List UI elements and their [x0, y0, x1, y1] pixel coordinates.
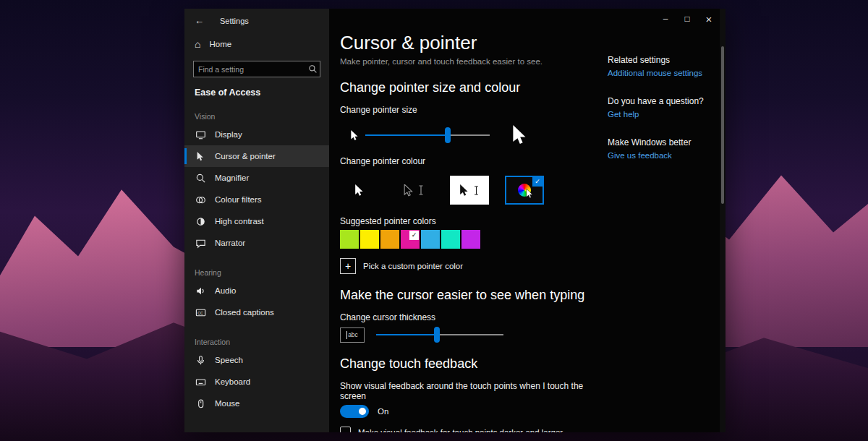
audio-icon [195, 286, 206, 296]
sidebar-item-label: Magnifier [215, 174, 249, 182]
window-caption-buttons: – □ × [655, 9, 720, 29]
cursor-thickness-slider[interactable] [376, 334, 503, 335]
sidebar: ← Settings ⌂ Home Ease of Access Vision … [184, 9, 329, 432]
sidebar-item-home[interactable]: ⌂ Home [184, 33, 329, 55]
pointer-style-white[interactable] [340, 176, 379, 205]
sidebar-item-mouse[interactable]: Mouse [184, 393, 329, 414]
question-heading: Do you have a question? [608, 96, 716, 106]
settings-window: ← Settings ⌂ Home Ease of Access Vision … [184, 9, 726, 432]
main-content: – □ × Cursor & pointer Make pointer, cur… [329, 9, 726, 432]
get-help-link[interactable]: Get help [608, 110, 716, 119]
section-heading-cursor: Make the cursor easier to see when typin… [340, 288, 609, 303]
scrollbar[interactable] [720, 9, 726, 432]
custom-color-button-label: Pick a custom pointer color [363, 262, 463, 270]
group-label-vision: Vision [184, 98, 329, 124]
selected-indicator [184, 148, 187, 164]
sidebar-item-label: Closed captions [215, 308, 274, 317]
wheel-cursor-icon [526, 189, 534, 199]
sidebar-item-narrator[interactable]: Narrator [184, 232, 329, 254]
colour-filters-icon [195, 194, 206, 205]
sidebar-item-cursor-pointer[interactable]: Cursor & pointer [184, 145, 329, 167]
high-contrast-icon [195, 216, 206, 227]
sidebar-item-label: Home [209, 40, 231, 48]
pointer-style-black[interactable] [395, 176, 434, 205]
sidebar-item-high-contrast[interactable]: High contrast [184, 210, 329, 232]
color-swatch[interactable] [421, 230, 440, 249]
search-input[interactable] [194, 65, 305, 74]
sidebar-item-magnifier[interactable]: Magnifier [184, 167, 329, 189]
color-swatch[interactable] [380, 230, 399, 249]
sidebar-item-colour-filters[interactable]: Colour filters [184, 189, 329, 210]
custom-color-button[interactable]: + Pick a custom pointer color [340, 254, 609, 278]
pointer-size-row [340, 124, 609, 146]
sidebar-item-label: Audio [215, 286, 236, 295]
touch-checkbox-label: Make visual feedback for touch points da… [358, 428, 563, 433]
page-subtitle: Make pointer, cursor and touch feedback … [340, 57, 609, 66]
display-icon [195, 129, 206, 140]
large-cursor-icon [511, 125, 529, 145]
pointer-style-inverted[interactable] [450, 176, 489, 205]
sidebar-item-audio[interactable]: Audio [184, 280, 329, 301]
section-heading-touch: Change touch feedback [340, 356, 609, 372]
color-swatch[interactable] [340, 230, 359, 249]
back-icon[interactable]: ← [195, 15, 204, 26]
pointer-size-slider-fill [365, 134, 448, 136]
feedback-heading: Make Windows better [608, 137, 716, 147]
maximize-button[interactable]: □ [676, 9, 698, 29]
cursor-thickness-row: abc [340, 326, 609, 343]
sidebar-item-speech[interactable]: Speech [184, 349, 329, 371]
home-icon: ⌂ [195, 39, 200, 49]
sidebar-item-keyboard[interactable]: Keyboard [184, 371, 329, 393]
related-settings-heading: Related settings [608, 55, 716, 65]
sidebar-item-label: High contrast [215, 217, 264, 226]
magnifier-icon [195, 173, 206, 184]
speech-icon [195, 355, 206, 366]
svg-text:CC: CC [197, 310, 203, 314]
group-label-hearing: Hearing [184, 254, 329, 280]
group-label-interaction: Interaction [184, 323, 329, 349]
minimize-button[interactable]: – [655, 9, 676, 29]
cursor-thickness-slider-thumb[interactable] [434, 327, 440, 343]
pointer-colour-label: Change pointer colour [340, 156, 609, 166]
narrator-icon [195, 238, 206, 249]
sidebar-item-label: Narrator [215, 239, 245, 247]
touch-feedback-checkbox[interactable] [340, 427, 351, 432]
sidebar-item-display[interactable]: Display [184, 124, 329, 145]
related-settings-column: Related settings Additional mouse settin… [608, 55, 716, 179]
additional-mouse-settings-link[interactable]: Additional mouse settings [608, 69, 716, 77]
color-swatch[interactable] [360, 230, 379, 249]
touch-toggle-row: On [340, 405, 609, 418]
page-section-title: Ease of Access [184, 77, 329, 98]
plus-icon: + [340, 258, 356, 274]
cursor-thickness-slider-fill [376, 334, 437, 335]
cursor-icon [195, 151, 206, 161]
give-feedback-link[interactable]: Give us feedback [608, 151, 716, 160]
sidebar-item-closed-captions[interactable]: CC Closed captions [184, 301, 329, 323]
toggle-knob [359, 408, 366, 415]
selected-check-icon: ✓ [532, 177, 542, 187]
sidebar-item-label: Cursor & pointer [215, 152, 276, 160]
close-button[interactable]: × [698, 9, 720, 29]
touch-feedback-toggle[interactable] [340, 405, 369, 418]
window-title: Settings [220, 17, 249, 25]
toggle-state-label: On [378, 407, 388, 416]
color-swatch[interactable] [461, 230, 480, 249]
pointer-style-custom-colour[interactable]: ✓ [505, 176, 544, 205]
color-swatch-selected[interactable]: ✓ [401, 230, 420, 249]
color-swatch[interactable] [441, 230, 460, 249]
keyboard-icon [195, 377, 206, 388]
search-icon[interactable] [305, 64, 320, 74]
pointer-size-slider-thumb[interactable] [445, 127, 451, 143]
pointer-size-slider[interactable] [365, 134, 490, 136]
cursor-thickness-label: Change cursor thickness [340, 312, 609, 322]
pointer-size-label: Change pointer size [340, 105, 609, 115]
sidebar-item-label: Colour filters [215, 195, 262, 204]
touch-toggle-label: Show visual feedback around the touch po… [340, 381, 609, 401]
section-heading-pointer: Change pointer size and colour [340, 80, 609, 95]
touch-checkbox-row: Make visual feedback for touch points da… [340, 427, 609, 432]
search-box[interactable] [193, 61, 320, 77]
sidebar-item-label: Keyboard [215, 377, 250, 386]
closed-captions-icon: CC [195, 307, 206, 318]
sidebar-item-label: Mouse [215, 399, 240, 408]
scrollbar-thumb[interactable] [721, 46, 724, 204]
